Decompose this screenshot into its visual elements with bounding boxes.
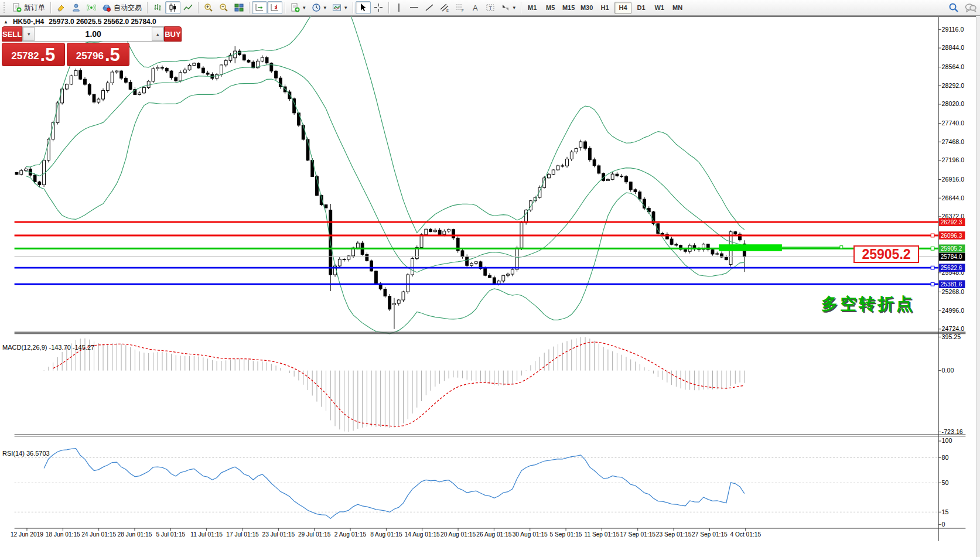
horizontal-line-icon (409, 3, 419, 12)
price-axis-label: 26916.0 (942, 176, 965, 183)
macd-axis-label: 0.00 (942, 367, 954, 374)
toolbar-separator (147, 2, 148, 13)
search-icon[interactable] (948, 2, 959, 13)
price-axis-label: 27740.0 (942, 119, 965, 127)
buy-price-box[interactable]: 25796 .5 (67, 43, 130, 66)
sell-price-box[interactable]: 25782 .5 (2, 43, 65, 66)
chat-icon[interactable] (965, 2, 976, 13)
chart-symbol-period: HK50-,H4 (13, 18, 44, 26)
equidistant-channel-icon: E (440, 3, 449, 12)
x-axis-label: 4 Oct 01:15 (730, 531, 761, 538)
x-axis-label: 26 Aug 01:15 (476, 531, 511, 538)
marker-button[interactable] (53, 1, 69, 14)
toolbar-grip[interactable] (4, 2, 8, 13)
volume-up-icon: ▲ (156, 32, 160, 36)
timeframe-MN[interactable]: MN (669, 2, 686, 14)
x-axis-label: 27 Sep 01:15 (692, 531, 728, 538)
one-click-trading-panel: SELL ▼ ▲ BUY 25782 .5 25796 .5 (2, 26, 129, 66)
buy-button[interactable]: BUY (164, 26, 181, 42)
x-axis-label: 30 Aug 01:15 (513, 531, 548, 538)
signal-button[interactable] (84, 1, 99, 14)
price-callout-box[interactable]: 25905.2 (853, 245, 919, 263)
chart-canvas[interactable]: 29116.028844.028564.028292.028020.027740… (0, 16, 980, 557)
timeframe-M5[interactable]: M5 (542, 2, 559, 14)
workspace-scrollbar[interactable] (976, 16, 980, 557)
cursor-tool-button[interactable] (356, 1, 371, 14)
line-chart-mode-button[interactable] (180, 1, 196, 14)
rsi-axis-label: 100 (942, 437, 952, 444)
x-axis-label: 8 Aug 01:15 (370, 531, 402, 538)
price-tag-text: 26292.3 (941, 219, 962, 225)
buy-price-main: 25796 (76, 49, 104, 64)
toolbar-separator (50, 2, 51, 13)
marker-icon (56, 3, 66, 12)
vertical-line-icon (394, 3, 404, 12)
timeframe-M1[interactable]: M1 (524, 2, 541, 14)
trendline-tool-button[interactable] (422, 1, 437, 14)
toolbar-separator (353, 2, 353, 13)
new-order-button[interactable]: 新订单 (9, 1, 48, 14)
toolbar-separator (249, 2, 250, 13)
x-axis-label: 17 Sep 01:15 (620, 531, 655, 538)
fibonacci-icon: F (455, 3, 465, 12)
x-axis-label: 18 Jun 01:15 (46, 531, 80, 538)
svg-text:F: F (462, 9, 464, 12)
timeframe-W1[interactable]: W1 (651, 2, 668, 14)
bar-chart-mode-button[interactable] (150, 1, 165, 14)
arrows-icon (501, 3, 510, 12)
tile-windows-button[interactable] (231, 1, 247, 14)
volume-down-button[interactable]: ▼ (23, 27, 35, 41)
x-axis-label: 11 Jul 01:15 (190, 531, 223, 538)
price-axis-label: 28564.0 (942, 63, 965, 70)
autotrade-button[interactable]: 自动交易 (99, 1, 145, 14)
timeframe-D1[interactable]: D1 (633, 2, 650, 14)
x-axis-label: 12 Jun 2019 (11, 531, 43, 538)
arrows-tool-button[interactable]: ▾ (498, 1, 519, 14)
crosshair-tool-button[interactable] (371, 1, 386, 14)
macd-pane (44, 337, 745, 432)
sell-button[interactable]: SELL (2, 26, 22, 42)
channel-tool-button[interactable]: E (437, 1, 452, 14)
auto-scroll-button[interactable] (252, 1, 267, 14)
label-tool-button[interactable]: T (483, 1, 498, 14)
chart-shift-icon (270, 3, 279, 12)
dropdown-caret-icon: ▾ (344, 5, 347, 11)
svg-text:A: A (473, 4, 478, 12)
x-axis-label: 17 Jul 01:15 (226, 531, 259, 538)
x-axis-label: 29 Jul 01:15 (298, 531, 331, 538)
hline-anchor (931, 282, 934, 286)
horizontal-line-tool-button[interactable] (407, 1, 422, 14)
text-tool-button[interactable]: A (467, 1, 483, 14)
timeframe-strip: M1M5M15M30H1H4D1W1MN (524, 2, 686, 14)
timeframe-M15[interactable]: M15 (560, 2, 577, 14)
new-chart-button[interactable]: ▾ (288, 1, 309, 14)
vertical-line-tool-button[interactable] (391, 1, 407, 14)
price-tag-text: 26096.3 (941, 233, 962, 239)
signal-icon (87, 3, 96, 12)
x-axis-label: 5 Jul 01:15 (156, 531, 185, 538)
rsi-line (44, 449, 745, 519)
periods-button[interactable]: ▾ (309, 1, 330, 14)
volume-up-button[interactable]: ▲ (152, 27, 163, 41)
collapse-triangle-icon[interactable]: ▲ (4, 19, 8, 25)
tile-windows-icon (234, 3, 244, 12)
templates-button[interactable]: ▾ (329, 1, 350, 14)
zoom-in-icon (204, 3, 213, 12)
toolbar-separator (198, 2, 199, 13)
chart-shift-button[interactable] (267, 1, 282, 14)
price-axis-label: 27196.0 (942, 156, 965, 163)
volume-input[interactable] (35, 27, 152, 41)
fibonacci-tool-button[interactable]: F (452, 1, 467, 14)
candlestick-mode-button[interactable] (165, 1, 180, 14)
x-axis-label: 5 Sep 01:15 (550, 531, 582, 538)
price-axis-label: 27468.0 (942, 138, 965, 145)
timeframe-M30[interactable]: M30 (578, 2, 595, 14)
timeframe-H1[interactable]: H1 (596, 2, 613, 14)
new-chart-icon (291, 3, 300, 12)
x-axis-label: 11 Sep 01:15 (584, 531, 619, 538)
timeframe-H4[interactable]: H4 (614, 2, 631, 14)
zoom-out-button[interactable] (216, 1, 231, 14)
zoom-in-button[interactable] (201, 1, 216, 14)
dropdown-caret-icon: ▾ (303, 5, 306, 11)
profile-button[interactable] (69, 1, 84, 14)
